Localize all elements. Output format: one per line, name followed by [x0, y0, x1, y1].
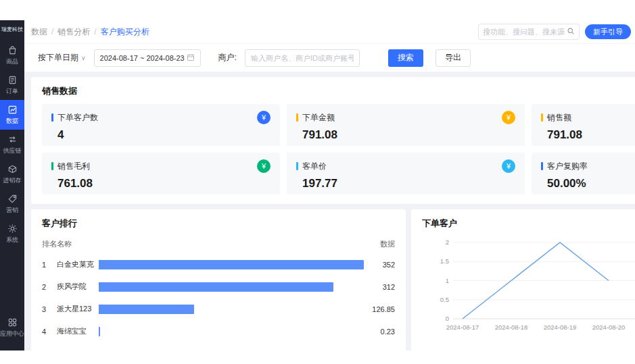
search-button[interactable]: 搜索: [388, 49, 423, 67]
svg-text:2024-08-17: 2024-08-17: [446, 323, 479, 331]
global-search-input[interactable]: [483, 28, 567, 36]
order-customers-icon: ¥: [257, 111, 271, 124]
svg-text:2024-08-20: 2024-08-20: [592, 323, 626, 331]
date-range-value: 2024-08-17 ~ 2024-08-23: [100, 54, 185, 62]
sidebar-item-data[interactable]: 数据: [0, 100, 24, 130]
svg-text:2024-08-19: 2024-08-19: [544, 323, 577, 331]
sales-panel-title: 销售数据: [42, 85, 635, 97]
metric-card: 下单客户数¥4: [42, 104, 280, 146]
filter-bar: 按下单日期 ∨ 2024-08-17 ~ 2024-08-23 商户: 搜索 导…: [24, 43, 635, 72]
merchant-search-input[interactable]: [245, 49, 360, 67]
svg-text:1: 1: [446, 277, 449, 284]
sidebar-item-orders[interactable]: 订单: [0, 70, 24, 100]
sales-data-panel: 销售数据 下单客户数¥4下单金额¥791.08销售额¥791.08销售毛利¥76…: [31, 77, 635, 204]
sidebar-item-app-center[interactable]: 应用中心: [0, 313, 24, 342]
metric-card: 客单价¥197.77: [287, 153, 525, 194]
date-type-select[interactable]: 按下单日期 ∨: [38, 52, 86, 63]
ranking-panel-title: 客户排行: [42, 217, 395, 230]
rank-value: 0.23: [364, 328, 395, 336]
line-chart-svg: 00.511.522024-08-172024-08-182024-08-192…: [422, 232, 635, 340]
app-window: 瑞麦科技 商品订单数据供应链进销存营销系统 应用中心 数据 / 销售分析 / 客…: [0, 20, 635, 350]
ranking-row: 4海绵宝宝0.23: [42, 320, 395, 342]
sidebar-item-supply-chain[interactable]: 供应链: [0, 130, 24, 159]
marketing-icon: [7, 194, 18, 204]
sidebar-item-marketing[interactable]: 营销: [0, 189, 24, 219]
bottom-row: 客户排行 排名 名称 数据 1白金史莱克3522疾风学院3123派大星12312…: [31, 209, 628, 350]
customer-name: 派大星123: [57, 304, 99, 314]
svg-text:0.5: 0.5: [440, 296, 449, 303]
global-search-box[interactable]: [478, 24, 580, 40]
ranking-table-header: 排名 名称 数据: [42, 239, 395, 253]
metrics-grid: 下单客户数¥4下单金额¥791.08销售额¥791.08销售毛利¥761.08客…: [42, 104, 635, 194]
metric-label: 下单金额: [302, 112, 335, 124]
calendar-icon: [187, 53, 195, 63]
avg-order-value-icon: ¥: [502, 159, 515, 173]
sidebar-item-label: 系统: [6, 236, 18, 244]
gross-profit-icon: ¥: [257, 159, 271, 173]
column-name: 名称: [57, 239, 99, 249]
metric-card: 销售毛利¥761.08: [42, 153, 280, 194]
column-rank: 排名: [42, 239, 57, 249]
rank-number: 2: [42, 283, 57, 291]
sidebar-items: 商品订单数据供应链进销存营销系统: [0, 41, 24, 249]
order-amount-icon: ¥: [502, 111, 515, 124]
metric-card: 客户复购率%50.00%: [532, 153, 635, 194]
data-icon: [7, 105, 18, 115]
sidebar-item-label: 营销: [6, 206, 18, 215]
sidebar-item-label: 订单: [6, 87, 18, 96]
customer-name: 海绵宝宝: [57, 326, 99, 336]
topbar: 数据 / 销售分析 / 客户购买分析 新手引导: [24, 20, 635, 43]
ranking-bar: [99, 327, 100, 336]
metric-label: 销售毛利: [57, 161, 90, 172]
sidebar-item-label: 应用中心: [0, 330, 24, 338]
svg-text:2024-08-18: 2024-08-18: [495, 323, 528, 331]
ranking-row: 2疾风学院312: [42, 276, 395, 298]
sidebar-item-inventory[interactable]: 进销存: [0, 159, 24, 189]
sidebar-item-label: 供应链: [3, 147, 22, 155]
date-range-input[interactable]: 2024-08-17 ~ 2024-08-23: [94, 49, 201, 67]
breadcrumb-separator: /: [94, 27, 96, 36]
search-icon[interactable]: [567, 26, 575, 38]
metric-value: 761.08: [51, 177, 271, 190]
chevron-down-icon: ∨: [81, 55, 86, 61]
sidebar-item-goods[interactable]: 商品: [0, 41, 24, 70]
line-chart-title: 下单客户: [422, 217, 635, 230]
metric-accent-bar: [51, 113, 53, 122]
merchant-label: 商户:: [218, 52, 237, 63]
rank-number: 3: [42, 305, 57, 313]
metric-value: 791.08: [296, 128, 515, 142]
breadcrumb-item-data[interactable]: 数据: [31, 26, 47, 38]
metric-accent-bar: [541, 113, 543, 122]
metric-card: 销售额¥791.08: [532, 104, 635, 146]
metric-value: 791.08: [541, 128, 635, 142]
content-area: 销售数据 下单客户数¥4下单金额¥791.08销售额¥791.08销售毛利¥76…: [24, 72, 635, 350]
metric-accent-bar: [541, 162, 543, 170]
ranking-bar: [99, 260, 364, 269]
metric-accent-bar: [296, 113, 298, 122]
breadcrumb-current: 客户购买分析: [101, 26, 149, 38]
sidebar-item-label: 进销存: [3, 176, 22, 185]
breadcrumb-item-sales-analysis[interactable]: 销售分析: [57, 26, 90, 38]
breadcrumb-separator: /: [51, 27, 53, 36]
sidebar: 瑞麦科技 商品订单数据供应链进销存营销系统 应用中心: [0, 20, 24, 350]
inventory-icon: [7, 164, 18, 174]
date-type-label: 按下单日期: [38, 52, 78, 63]
sidebar-item-system[interactable]: 系统: [0, 219, 24, 249]
app-logo: 瑞麦科技: [0, 20, 24, 38]
main-area: 数据 / 销售分析 / 客户购买分析 新手引导 按下单日期 ∨: [24, 20, 635, 350]
svg-text:2: 2: [446, 238, 449, 246]
metric-value: 50.00%: [541, 177, 635, 190]
goods-icon: [7, 45, 18, 55]
metric-card: 下单金额¥791.08: [287, 104, 525, 146]
svg-text:1.5: 1.5: [440, 257, 449, 265]
metric-value: 4: [51, 128, 271, 142]
ranking-row: 3派大星123126.85: [42, 298, 395, 320]
rank-value: 312: [364, 283, 395, 291]
breadcrumb: 数据 / 销售分析 / 客户购买分析: [31, 26, 149, 38]
ranking-row: 1白金史莱克352: [42, 253, 395, 276]
metric-label: 下单客户数: [57, 112, 98, 124]
beginner-guide-button[interactable]: 新手引导: [585, 24, 631, 39]
rank-value: 352: [364, 261, 395, 269]
customer-name: 疾风学院: [57, 282, 99, 292]
export-button[interactable]: 导出: [436, 49, 471, 67]
